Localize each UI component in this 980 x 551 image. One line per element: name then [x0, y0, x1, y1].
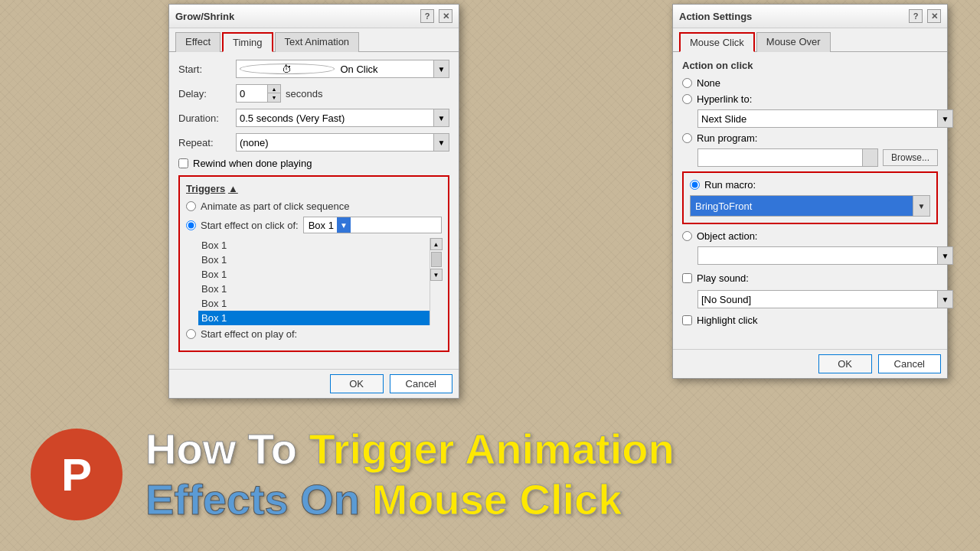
grow-shrink-buttons: OK Cancel: [169, 369, 459, 398]
dropdown-item-4[interactable]: Box 1: [198, 296, 430, 311]
duration-dropdown-arrow[interactable]: ▼: [433, 109, 449, 126]
duration-label: Duration:: [178, 112, 236, 124]
start-effect-click-label: Start effect on click of:: [201, 220, 299, 231]
delay-row: Delay: ▲ ▼ seconds: [178, 84, 449, 103]
start-effect-play-radio[interactable]: [186, 329, 196, 339]
dropdown-list: Box 1 Box 1 Box 1 Box 1 Box 1 Box 1: [198, 238, 430, 325]
run-macro-row: Run macro:: [690, 179, 930, 191]
none-radio[interactable]: [682, 78, 692, 88]
spin-up-arrow[interactable]: ▲: [268, 85, 280, 93]
bottom-effects-on: Effects On: [145, 475, 372, 523]
run-macro-radio[interactable]: [690, 180, 700, 190]
action-ok-button[interactable]: OK: [818, 354, 872, 373]
dropdown-item-5[interactable]: Box 1: [198, 311, 430, 325]
delay-input[interactable]: [237, 85, 267, 102]
clock-icon: ⏱: [240, 64, 335, 74]
highlight-click-checkbox[interactable]: [682, 315, 692, 325]
close-button[interactable]: ✕: [439, 9, 452, 23]
delay-spinner[interactable]: ▲ ▼: [236, 84, 281, 103]
play-sound-select[interactable]: [No Sound] ▼: [697, 290, 953, 308]
scroll-up-arrow[interactable]: ▲: [430, 238, 443, 250]
start-effect-click-radio[interactable]: [186, 220, 196, 230]
object-action-arrow[interactable]: ▼: [937, 247, 952, 264]
duration-control[interactable]: 0.5 seconds (Very Fast) ▼: [236, 109, 449, 127]
object-action-radio[interactable]: [682, 231, 692, 241]
tab-effect[interactable]: Effect: [175, 32, 220, 52]
bottom-trigger-animation: Trigger Animation: [309, 425, 675, 473]
delay-suffix: seconds: [286, 88, 322, 99]
bottom-line-1: How To Trigger Animation: [145, 425, 675, 473]
grow-shrink-ok-button[interactable]: OK: [330, 374, 384, 393]
action-settings-buttons: OK Cancel: [673, 349, 947, 378]
object-action-row: Object action:: [682, 230, 938, 242]
action-settings-content: Action on click None Hyperlink to: Next …: [673, 52, 947, 340]
tab-mouse-click[interactable]: Mouse Click: [679, 32, 755, 52]
dropdown-item-2[interactable]: Box 1: [198, 267, 430, 282]
spin-down-arrow[interactable]: ▼: [268, 93, 280, 102]
hyperlink-radio[interactable]: [682, 94, 692, 104]
dropdown-item-3[interactable]: Box 1: [198, 282, 430, 296]
play-sound-checkbox[interactable]: [682, 273, 692, 283]
duration-row: Duration: 0.5 seconds (Very Fast) ▼: [178, 109, 449, 127]
tab-mouse-over[interactable]: Mouse Over: [756, 32, 831, 52]
grow-shrink-cancel-button[interactable]: Cancel: [390, 374, 452, 393]
hyperlink-select[interactable]: Next Slide ▼: [697, 109, 953, 128]
hyperlink-label: Hyperlink to:: [697, 93, 752, 105]
start-control[interactable]: ⏱ On Click ▼: [236, 60, 449, 78]
rewind-checkbox[interactable]: [178, 158, 188, 168]
tab-text-animation[interactable]: Text Animation: [275, 32, 360, 52]
object-action-select[interactable]: ▼: [697, 246, 953, 265]
bottom-text-container: How To Trigger Animation Effects On Mous…: [145, 425, 675, 523]
powerpoint-logo: P: [31, 429, 122, 520]
animate-click-sequence-radio[interactable]: [186, 201, 196, 211]
scrollbar-thumb[interactable]: [431, 252, 442, 267]
action-settings-dialog: Action Settings ? ✕ Mouse Click Mouse Ov…: [672, 4, 948, 379]
bottom-how-to: How To: [145, 425, 309, 473]
grow-shrink-content: Start: ⏱ On Click ▼ Delay: ▲ ▼ seconds: [169, 52, 459, 360]
run-program-radio[interactable]: [682, 133, 692, 143]
grow-shrink-titlebar: Grow/Shrink ? ✕: [169, 5, 459, 28]
run-program-select[interactable]: [697, 148, 878, 167]
action-settings-titlebar: Action Settings ? ✕: [673, 5, 947, 28]
triggers-section: Triggers ▲ Animate as part of click sequ…: [178, 175, 449, 352]
object-action-label: Object action:: [697, 230, 758, 242]
start-dropdown-arrow[interactable]: ▼: [433, 60, 449, 77]
start-row: Start: ⏱ On Click ▼: [178, 60, 449, 78]
run-program-row: Run program:: [682, 132, 938, 144]
run-macro-label: Run macro:: [704, 179, 756, 191]
click-of-select[interactable]: Box 1 ▼: [303, 217, 442, 233]
action-settings-title: Action Settings: [679, 11, 752, 22]
macro-select[interactable]: BringToFront ▼: [690, 195, 930, 217]
macro-value: BringToFront: [691, 201, 913, 212]
repeat-value: (none): [237, 135, 433, 150]
scroll-down-arrow[interactable]: ▼: [430, 269, 443, 281]
duration-value: 0.5 seconds (Very Fast): [237, 111, 433, 126]
run-program-row-control: Browse...: [697, 148, 938, 167]
hyperlink-arrow[interactable]: ▼: [937, 110, 952, 127]
bottom-line-2: Effects On Mouse Click: [145, 476, 675, 523]
run-program-arrow[interactable]: [862, 149, 877, 166]
rewind-label: Rewind when done playing: [193, 158, 312, 169]
grow-shrink-tabs: Effect Timing Text Animation: [169, 28, 459, 52]
delay-label: Delay:: [178, 88, 236, 99]
trigger-dropdown: Box 1 Box 1 Box 1 Box 1 Box 1 Box 1 ▲ ▼: [198, 238, 442, 325]
click-of-arrow[interactable]: ▼: [337, 217, 351, 233]
macro-arrow[interactable]: ▼: [913, 196, 929, 216]
triggers-header: Triggers ▲: [186, 183, 442, 194]
browse-button[interactable]: Browse...: [883, 149, 938, 166]
play-sound-arrow[interactable]: ▼: [937, 291, 952, 308]
start-value: On Click: [338, 62, 431, 77]
action-help-button[interactable]: ?: [909, 9, 923, 23]
tab-timing[interactable]: Timing: [222, 32, 273, 52]
repeat-label: Repeat:: [178, 137, 236, 148]
repeat-row: Repeat: (none) ▼: [178, 133, 449, 152]
repeat-dropdown-arrow[interactable]: ▼: [433, 134, 449, 151]
help-button[interactable]: ?: [420, 9, 434, 23]
grow-shrink-title: Grow/Shrink: [175, 11, 234, 22]
dropdown-item-1[interactable]: Box 1: [198, 253, 430, 267]
dropdown-item-0[interactable]: Box 1: [198, 238, 430, 253]
repeat-control[interactable]: (none) ▼: [236, 133, 449, 152]
action-cancel-button[interactable]: Cancel: [878, 354, 941, 373]
action-close-button[interactable]: ✕: [927, 9, 941, 23]
bottom-mouse-click: Mouse Click: [372, 475, 622, 523]
